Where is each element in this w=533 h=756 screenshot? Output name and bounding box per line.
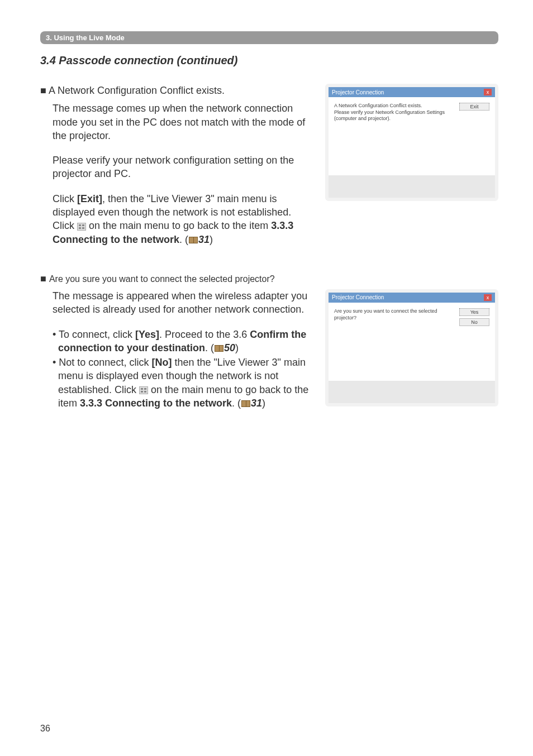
bullet-line: ■ Are you sure you want to connect the s… xyxy=(40,273,498,285)
dialog-msg-line: Please verify your Network Configuration… xyxy=(334,109,454,122)
text-column: ■ A Network Configuration Conflict exist… xyxy=(40,84,315,257)
book-icon xyxy=(241,400,250,407)
section-bar: 3. Using the Live Mode xyxy=(40,31,498,44)
text-fragment: . ( xyxy=(232,398,241,409)
exit-label: [Exit] xyxy=(77,193,102,204)
dialog-title: Projector Connection xyxy=(332,294,384,300)
connect-icon xyxy=(77,223,86,231)
close-icon[interactable]: x xyxy=(484,294,492,301)
page-ref: 31 xyxy=(198,234,210,245)
dialog-conflict: Projector Connection x A Network Configu… xyxy=(325,84,498,201)
section-heading: 3.4 Passcode connection (continued) xyxy=(40,54,498,67)
no-button[interactable]: No xyxy=(459,318,489,326)
page-ref: 31 xyxy=(251,398,262,409)
text-fragment: . ( xyxy=(205,342,214,353)
connect-icon xyxy=(139,386,148,394)
dialog-confirm: Projector Connection x Are you sure you … xyxy=(325,289,498,406)
paragraph: The message comes up when the network co… xyxy=(53,102,315,142)
dialog-message: A Network Configuration Conflict exists.… xyxy=(334,103,454,170)
text-fragment: Not to connect, click xyxy=(59,357,151,368)
dialog-titlebar: Projector Connection x xyxy=(329,293,495,303)
paragraph: Click [Exit], then the "Live Viewer 3" m… xyxy=(53,192,315,246)
block-conflict: ■ A Network Configuration Conflict exist… xyxy=(40,84,498,257)
book-icon xyxy=(215,345,223,352)
dialog-buttons: Exit xyxy=(459,103,489,170)
text-fragment: ) xyxy=(210,234,213,245)
dialog-buttons: Yes No xyxy=(459,308,489,375)
square-bullet-icon: ■ xyxy=(40,273,49,284)
block-confirm: ■ Are you sure you want to connect the s… xyxy=(40,273,498,410)
text-fragment: To connect, click xyxy=(59,329,135,340)
paragraph: The message is appeared when the wireles… xyxy=(53,289,315,317)
text-fragment: . ( xyxy=(179,234,188,245)
text-fragment: ) xyxy=(235,342,239,353)
dialog-body: A Network Configuration Conflict exists.… xyxy=(329,97,495,175)
list-item: • Not to connect, click [No] then the "L… xyxy=(53,356,315,410)
dialog-footer xyxy=(329,381,495,403)
paragraph: Please verify your network configuration… xyxy=(53,154,315,181)
ref-label: 3.3.3 Connecting to the network xyxy=(80,398,232,409)
dialog-message: Are you sure you want to connect the sel… xyxy=(334,308,454,375)
book-icon xyxy=(189,237,198,243)
dialog-column: Projector Connection x Are you sure you … xyxy=(325,289,498,410)
dialog-msg-line: A Network Configuration Conflict exists. xyxy=(334,103,454,109)
bullet-title: A Network Configuration Conflict exists. xyxy=(49,85,225,96)
exit-button[interactable]: Exit xyxy=(459,103,489,111)
list-item: • To connect, click [Yes]. Proceed to th… xyxy=(53,328,315,355)
square-bullet-icon: ■ xyxy=(40,85,49,96)
page-number: 36 xyxy=(40,724,50,734)
text-fragment: Click xyxy=(53,193,77,204)
text-fragment: . Proceed to the 3.6 xyxy=(159,329,250,340)
page-ref: 50 xyxy=(224,342,235,353)
no-label: [No] xyxy=(151,357,172,368)
dialog-body: Are you sure you want to connect the sel… xyxy=(329,303,495,381)
dialog-title: Projector Connection xyxy=(332,89,384,95)
dialog-footer xyxy=(329,175,495,198)
bullet-title: Are you sure you want to connect the sel… xyxy=(49,274,275,284)
text-column: The message is appeared when the wireles… xyxy=(40,289,315,410)
yes-label: [Yes] xyxy=(135,329,159,340)
close-icon[interactable]: x xyxy=(484,89,492,95)
dialog-column: Projector Connection x A Network Configu… xyxy=(325,84,498,257)
text-fragment: on the main menu to go back to the item xyxy=(86,220,271,231)
dialog-titlebar: Projector Connection x xyxy=(329,87,495,97)
bullet-line: ■ A Network Configuration Conflict exist… xyxy=(40,84,315,97)
yes-button[interactable]: Yes xyxy=(459,308,489,316)
text-fragment: ) xyxy=(262,398,265,409)
